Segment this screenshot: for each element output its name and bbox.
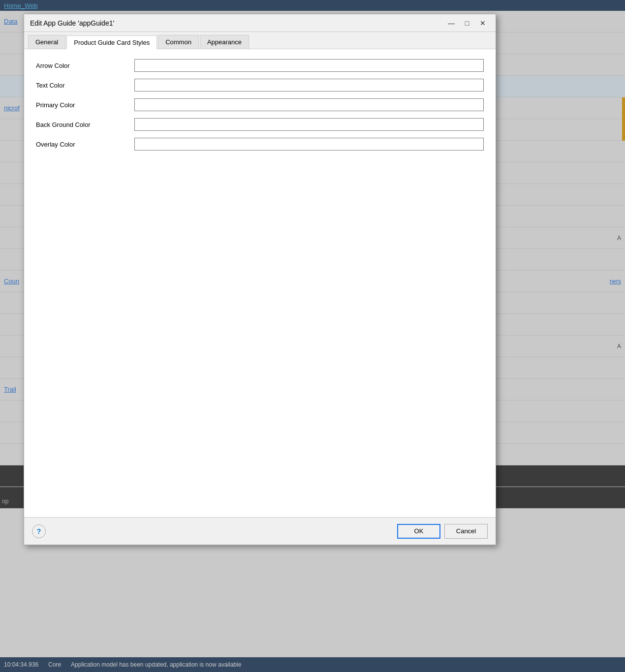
text-color-label: Text Color <box>36 82 134 89</box>
primary-color-label: Primary Color <box>36 101 134 109</box>
arrow-color-input[interactable] <box>134 59 484 72</box>
background-color-input[interactable] <box>134 118 484 131</box>
arrow-color-label: Arrow Color <box>36 62 134 69</box>
arrow-color-row: Arrow Color <box>36 59 484 72</box>
primary-color-input[interactable] <box>134 98 484 111</box>
dialog-tabs: General Product Guide Card Styles Common… <box>24 32 496 49</box>
footer-buttons: OK Cancel <box>397 524 488 539</box>
primary-color-row: Primary Color <box>36 98 484 111</box>
overlay-color-row: Overlay Color <box>36 138 484 151</box>
cancel-button[interactable]: Cancel <box>444 524 488 539</box>
text-color-input[interactable] <box>134 79 484 92</box>
help-button[interactable]: ? <box>32 524 46 538</box>
ok-button[interactable]: OK <box>397 524 440 539</box>
maximize-button[interactable]: □ <box>460 18 474 28</box>
overlay-color-input[interactable] <box>134 138 484 151</box>
dialog-title: Edit App Guide 'appGuide1' <box>30 19 114 27</box>
minimize-button[interactable]: — <box>444 18 458 28</box>
tab-appearance[interactable]: Appearance <box>200 35 249 49</box>
tab-common[interactable]: Common <box>158 35 199 49</box>
text-color-row: Text Color <box>36 79 484 92</box>
dialog-footer: ? OK Cancel <box>24 517 496 545</box>
dialog-controls: — □ ✕ <box>444 18 490 28</box>
background-color-row: Back Ground Color <box>36 118 484 131</box>
dialog-body: Arrow Color Text Color Primary Color Bac… <box>24 49 496 517</box>
tab-product-guide-card-styles[interactable]: Product Guide Card Styles <box>66 35 157 49</box>
tab-general[interactable]: General <box>28 35 65 49</box>
edit-app-guide-dialog: Edit App Guide 'appGuide1' — □ ✕ General… <box>24 14 496 545</box>
close-button[interactable]: ✕ <box>476 18 490 28</box>
dialog-titlebar: Edit App Guide 'appGuide1' — □ ✕ <box>24 14 496 32</box>
background-color-label: Back Ground Color <box>36 121 134 128</box>
overlay-color-label: Overlay Color <box>36 141 134 148</box>
